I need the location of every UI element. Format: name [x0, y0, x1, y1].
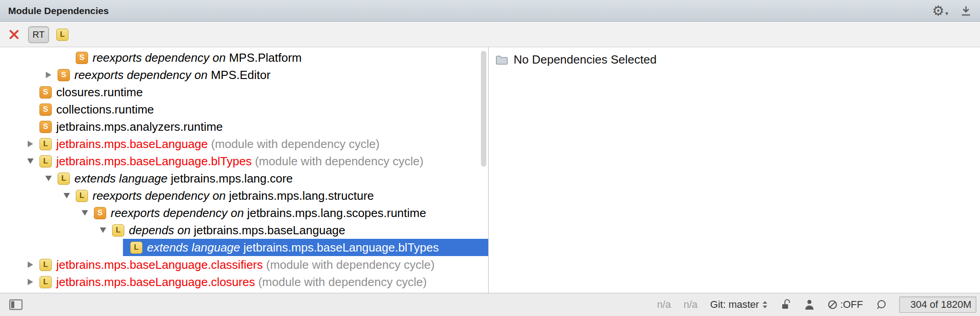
- tree-row-content: L depends on jetbrains.mps.baseLanguage: [105, 222, 488, 239]
- tree-row[interactable]: S closures.runtime: [0, 84, 488, 101]
- lock-widget[interactable]: [781, 298, 792, 311]
- event-log-widget[interactable]: [876, 299, 887, 310]
- vcs-branch-widget[interactable]: Git: master: [710, 299, 768, 311]
- runtime-toggle-button[interactable]: RT: [28, 26, 49, 43]
- dependencies-toolbar: RT L: [0, 22, 980, 47]
- dependency-kind-label: reexports dependency on: [74, 68, 211, 82]
- tree-row[interactable]: S reexports dependency on MPS.Editor: [0, 66, 488, 84]
- module-name: closures.runtime: [56, 85, 143, 99]
- tree-row[interactable]: L jetbrains.mps.baseLanguage (module wit…: [0, 135, 488, 153]
- tree-row-content: L jetbrains.mps.baseLanguage (module wit…: [32, 135, 488, 153]
- module-name: jetbrains.mps.lang.core: [171, 172, 293, 186]
- vcs-branch-label: Git: master: [710, 299, 759, 311]
- tree-row[interactable]: S collections.runtime: [0, 101, 488, 118]
- dependency-tree: S reexports dependency on MPS.Platform S…: [0, 47, 488, 291]
- language-icon: L: [76, 190, 88, 202]
- no-selection-message: No Dependencies Selected: [514, 53, 657, 67]
- dependency-kind-label: depends on: [129, 223, 194, 237]
- runtime-toggle-label: RT: [33, 30, 44, 40]
- tree-row-content: L jetbrains.mps.baseLanguage.classifiers…: [32, 256, 488, 273]
- language-icon: L: [112, 224, 124, 237]
- tree-row-content: S collections.runtime: [32, 101, 488, 118]
- status-bar: n/a n/a Git: master: [0, 293, 980, 316]
- cycle-note: (module with dependency cycle): [255, 275, 427, 289]
- module-name: jetbrains.mps.baseLanguage: [56, 137, 208, 151]
- module-name: jetbrains.mps.lang.scopes.runtime: [247, 206, 426, 220]
- language-icon: L: [39, 155, 52, 168]
- tree-row-content: L jetbrains.mps.baseLanguage.closures (m…: [32, 273, 488, 291]
- language-icon: L: [39, 259, 52, 271]
- cycle-note: (module with dependency cycle): [263, 258, 435, 272]
- gear-icon: ⚙: [932, 4, 945, 18]
- close-button[interactable]: [7, 28, 21, 41]
- language-icon: L: [58, 173, 70, 185]
- caret-position-widget[interactable]: n/a: [657, 299, 671, 311]
- memory-usage-label: 304 of 1820M: [910, 299, 971, 311]
- tree-row-content: L extends language jetbrains.mps.lang.co…: [50, 170, 488, 187]
- highlighting-off-icon: [827, 299, 838, 310]
- tool-window-header: Module Dependencies ⚙ ▾: [0, 0, 980, 22]
- details-pane: No Dependencies Selected: [489, 47, 980, 293]
- encoding-widget[interactable]: n/a: [684, 299, 698, 311]
- hide-icon: [960, 5, 972, 17]
- tree-row[interactable]: L extends language jetbrains.mps.lang.co…: [0, 170, 488, 187]
- tree-row-content: S jetbrains.mps.analyzers.runtime: [32, 118, 488, 135]
- statusbar-widgets: n/a n/a Git: master: [657, 296, 976, 313]
- close-icon: [8, 29, 20, 40]
- inspector-widget[interactable]: [804, 299, 814, 311]
- solution-icon: S: [76, 52, 88, 64]
- tree-row[interactable]: L jetbrains.mps.baseLanguage.closures (m…: [0, 273, 488, 291]
- tree-row-content: L reexports dependency on jetbrains.mps.…: [69, 187, 488, 204]
- module-name: jetbrains.mps.baseLanguage.blTypes: [56, 154, 252, 168]
- tree-row-content: L jetbrains.mps.baseLanguage.blTypes (mo…: [32, 153, 488, 170]
- tree-row[interactable]: L depends on jetbrains.mps.baseLanguage: [0, 222, 488, 239]
- module-name: jetbrains.mps.analyzers.runtime: [56, 120, 223, 134]
- language-icon: L: [130, 242, 142, 254]
- module-name: jetbrains.mps.baseLanguage: [194, 223, 345, 237]
- tree-row-content: S reexports dependency on jetbrains.mps.…: [87, 204, 488, 222]
- tree-row-content: S closures.runtime: [32, 84, 488, 101]
- unlock-icon: [781, 298, 792, 311]
- tree-row[interactable]: L reexports dependency on jetbrains.mps.…: [0, 187, 488, 204]
- highlighting-state-label: :OFF: [840, 299, 863, 311]
- tree-row[interactable]: L jetbrains.mps.baseLanguage.classifiers…: [0, 256, 488, 273]
- dependency-kind-label: reexports dependency on: [111, 206, 247, 220]
- tree-row-content: L extends language jetbrains.mps.baseLan…: [123, 239, 488, 256]
- language-icon: L: [39, 276, 52, 288]
- content-area: S reexports dependency on MPS.Platform S…: [0, 47, 980, 293]
- solution-icon: S: [39, 121, 52, 133]
- solution-icon: S: [39, 104, 52, 116]
- module-name: jetbrains.mps.baseLanguage.blTypes: [244, 241, 439, 255]
- settings-gear-button[interactable]: ⚙ ▾: [932, 4, 948, 18]
- tree-row[interactable]: S jetbrains.mps.analyzers.runtime: [0, 118, 488, 135]
- dependency-kind-label: reexports dependency on: [93, 189, 229, 203]
- module-name: jetbrains.mps.baseLanguage.classifiers: [56, 258, 263, 272]
- tree-row-content: S reexports dependency on MPS.Editor: [50, 66, 488, 84]
- dependency-kind-label: extends language: [74, 172, 171, 186]
- hide-tool-window-button[interactable]: [960, 5, 972, 17]
- dependency-kind-label: extends language: [147, 241, 244, 255]
- tree-row-content: S reexports dependency on MPS.Platform: [69, 49, 488, 66]
- branch-selector-icon: [762, 300, 768, 310]
- titlebar-actions: ⚙ ▾: [932, 4, 972, 18]
- highlighting-widget[interactable]: :OFF: [827, 299, 863, 311]
- module-name: MPS.Platform: [229, 51, 302, 65]
- module-dependencies-tool-window: Module Dependencies ⚙ ▾ RT: [0, 0, 980, 316]
- hector-inspector-icon: [804, 299, 814, 311]
- toggle-toolwindows-button[interactable]: [9, 299, 23, 311]
- tree-row[interactable]: L extends language jetbrains.mps.baseLan…: [0, 239, 488, 256]
- tree-row[interactable]: S reexports dependency on jetbrains.mps.…: [0, 204, 488, 222]
- module-name: jetbrains.mps.lang.structure: [229, 189, 374, 203]
- solution-icon: S: [94, 207, 106, 219]
- module-name: collections.runtime: [56, 103, 154, 117]
- tree-row[interactable]: L jetbrains.mps.baseLanguage.blTypes (mo…: [0, 153, 488, 170]
- scrollbar-thumb[interactable]: [481, 51, 486, 167]
- chevron-down-icon: ▾: [945, 10, 948, 18]
- used-languages-toggle-button[interactable]: L: [56, 29, 69, 41]
- memory-indicator[interactable]: 304 of 1820M: [899, 296, 976, 313]
- language-icon: L: [56, 29, 69, 41]
- tree-row[interactable]: S reexports dependency on MPS.Platform: [0, 49, 488, 66]
- cycle-note: (module with dependency cycle): [208, 137, 380, 151]
- solution-icon: S: [58, 69, 70, 81]
- dependency-kind-label: reexports dependency on: [93, 51, 229, 65]
